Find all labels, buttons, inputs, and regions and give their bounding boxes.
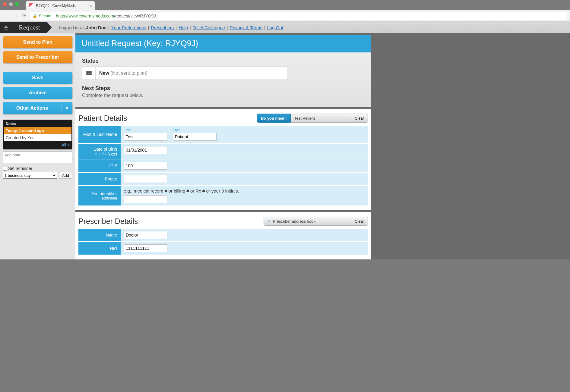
- header-links: Logged in as John Doe |Your Preferences …: [47, 22, 570, 33]
- label-npi: NPI: [78, 242, 121, 255]
- dash-label: DASH: [3, 28, 9, 31]
- notes-panel: Notes Today, 1 second ago Created by You…: [3, 120, 72, 149]
- address-book-dropdown[interactable]: ▼Prescriber address book: [264, 217, 351, 226]
- status-section: Status New (Not sent to plan) Next Steps…: [75, 52, 371, 109]
- close-icon[interactable]: ×: [90, 3, 92, 8]
- save-button[interactable]: Save: [3, 72, 72, 84]
- notes-heading: Notes: [4, 121, 17, 127]
- request-tab[interactable]: Request: [12, 22, 47, 33]
- add-reminder-button[interactable]: Add: [59, 172, 72, 179]
- chevron-down-icon: ▼: [268, 220, 271, 223]
- label-dob: Date of Birth(mm/dd/yyyy): [78, 143, 121, 159]
- patient-details-heading: Patient Details: [78, 114, 127, 123]
- set-reminder-checkbox[interactable]: [3, 167, 7, 171]
- tab-bar: RJYQ9J | CoverMyMeds ×: [0, 0, 570, 10]
- label-prescriber-name: Name: [78, 229, 121, 242]
- patient-details-section: Patient Details Do you mean: Test Patien…: [75, 109, 371, 212]
- other-actions-dropdown[interactable]: Other Actions ▾: [3, 102, 72, 114]
- link-privacy[interactable]: Privacy & Terms: [230, 25, 262, 30]
- prescriber-details-section: Prescriber Details ▼Prescriber address b…: [75, 212, 371, 259]
- label-id: ID #: [78, 159, 121, 172]
- send-to-prescriber-button[interactable]: Send to Prescriber: [3, 51, 72, 63]
- app-header: DASH Request Logged in as John Doe |Your…: [0, 22, 570, 33]
- first-name-input[interactable]: [124, 133, 167, 141]
- favicon-icon: [29, 3, 33, 8]
- last-name-input[interactable]: [173, 133, 217, 141]
- patient-suggestion-button[interactable]: Test Patient: [291, 114, 351, 123]
- chevron-down-icon[interactable]: ▾: [62, 102, 72, 114]
- link-help[interactable]: Help: [179, 25, 188, 30]
- link-logout[interactable]: Log Out: [267, 25, 283, 30]
- tab-title: RJYQ9J | CoverMyMeds: [36, 4, 87, 8]
- patient-clear-button[interactable]: Clear: [351, 114, 368, 123]
- next-steps-text: Complete the request below.: [82, 93, 364, 98]
- reminder-duration-select[interactable]: 1 business day: [3, 172, 57, 179]
- window-minimize[interactable]: [9, 2, 13, 6]
- patient-id-input[interactable]: [124, 162, 167, 170]
- secure-label: Secure: [39, 14, 54, 18]
- label-identifier: Your identifier(optional): [78, 186, 121, 206]
- prescriber-name-input[interactable]: [124, 231, 167, 239]
- dob-input[interactable]: [124, 146, 167, 154]
- note-timestamp: Today, 1 second ago: [4, 127, 71, 134]
- browser-toolbar: ← → ⟳ 🔒 Secure https://www.covermymeds.c…: [0, 10, 570, 22]
- label-name: First & Last Name: [78, 126, 121, 143]
- next-steps-heading: Next Steps: [82, 85, 364, 92]
- label-last: Last: [173, 128, 217, 132]
- link-preferences[interactable]: Your Preferences: [111, 25, 146, 30]
- archive-button[interactable]: Archive: [3, 87, 72, 99]
- forward-button[interactable]: →: [13, 13, 19, 19]
- app: DASH Request Logged in as John Doe |Your…: [0, 22, 570, 259]
- status-heading: Status: [82, 58, 364, 64]
- status-box: New (Not sent to plan): [82, 67, 287, 80]
- address-bar[interactable]: 🔒 Secure https://www.covermymeds.com/req…: [30, 12, 567, 20]
- reload-icon[interactable]: ⟳: [22, 13, 26, 19]
- other-actions-button[interactable]: Other Actions: [3, 102, 62, 114]
- link-prescribers[interactable]: Prescribers: [151, 25, 174, 30]
- status-text: New (Not sent to plan): [96, 71, 151, 76]
- lock-icon: 🔒: [33, 14, 37, 18]
- page-title: Untitled Request (Key: RJYQ9J): [75, 35, 371, 52]
- inbox-icon: [82, 67, 96, 80]
- main-content: Untitled Request (Key: RJYQ9J) Status Ne…: [75, 33, 570, 259]
- send-to-plan-button[interactable]: Send to Plan: [3, 36, 72, 48]
- label-first: First: [124, 128, 167, 132]
- link-tell-colleague[interactable]: Tell A Colleague: [193, 25, 225, 30]
- all-notes-link[interactable]: All »: [62, 143, 70, 147]
- window-close[interactable]: [3, 2, 7, 6]
- prescriber-clear-button[interactable]: Clear: [351, 217, 368, 226]
- identifier-input[interactable]: [124, 195, 167, 203]
- prescriber-details-heading: Prescriber Details: [78, 217, 138, 226]
- window-maximize[interactable]: [15, 2, 19, 6]
- url-text: https://www.covermymeds.com/request/view…: [56, 14, 156, 18]
- dash-icon[interactable]: DASH: [0, 22, 12, 33]
- back-button[interactable]: ←: [3, 13, 9, 19]
- sidebar: Send to Plan Send to Prescriber Save Arc…: [0, 33, 75, 259]
- add-note-input[interactable]: [3, 151, 72, 163]
- set-reminder-label: Set reminder: [8, 166, 32, 171]
- note-body: Created by You: [4, 134, 71, 141]
- phone-input[interactable]: [124, 175, 167, 183]
- logged-in-text: Logged in as John Doe: [59, 25, 106, 30]
- browser-tab[interactable]: RJYQ9J | CoverMyMeds ×: [26, 1, 95, 10]
- browser-chrome: RJYQ9J | CoverMyMeds × ← → ⟳ 🔒 Secure ht…: [0, 0, 570, 22]
- npi-input[interactable]: [124, 244, 167, 252]
- label-phone: Phone: [78, 172, 121, 186]
- identifier-hint: e.g., medical record # or billing # or R…: [124, 188, 365, 193]
- do-you-mean-label: Do you mean:: [257, 114, 291, 123]
